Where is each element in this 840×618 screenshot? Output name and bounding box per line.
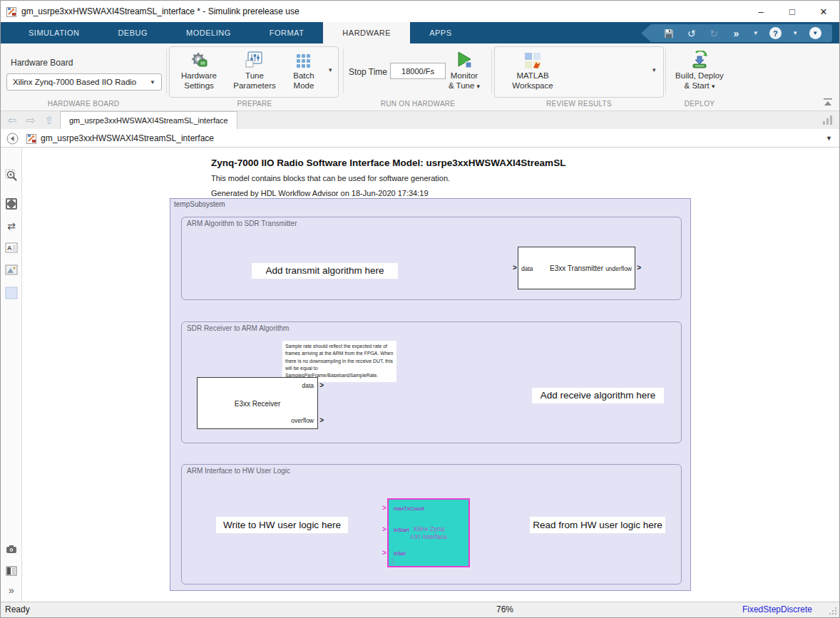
timing-bars-icon[interactable] [823, 115, 832, 125]
more-commands-caret[interactable]: ▼ [753, 30, 759, 36]
ribbon: Hardware Board Xilinx Zynq-7000 Based II… [1, 43, 839, 111]
tab-simulation[interactable]: SIMULATION [9, 22, 98, 43]
group-separator [491, 49, 492, 93]
annotation-transmit[interactable]: Add transmit algorithm here [252, 263, 398, 279]
annotation-write[interactable]: Write to HW user logic here [216, 517, 348, 533]
redo-button[interactable]: ↻ [708, 28, 719, 39]
breadcrumb-bar: gm_usrpe3xxHWSWAXI4StreamSL_interface ▼ [1, 129, 839, 148]
screenshot-button[interactable] [5, 543, 18, 556]
back-button[interactable]: ⇦ [4, 111, 21, 129]
model-canvas[interactable]: Zynq-7000 IIO Radio Software Interface M… [22, 148, 839, 602]
breadcrumb-model-icon [26, 133, 37, 144]
section-label: ARM Algorithm to SDR Transmitter [187, 220, 297, 227]
matlab-workspace-label: MATLAB [516, 71, 548, 81]
output-port-chevron: > [637, 264, 641, 272]
tune-parameters-button[interactable]: Tune Parameters [227, 48, 282, 95]
help-button[interactable]: ? [769, 27, 782, 39]
model-subtitle: This model contains blocks that can be u… [211, 174, 450, 182]
circle-arrow-icon [6, 133, 19, 145]
collapse-ribbon-button[interactable] [822, 96, 834, 106]
route-signals-button[interactable]: ⇄ [5, 220, 18, 232]
tab-hardware[interactable]: HARDWARE [323, 22, 410, 43]
model-generated-note: Generated by HDL Workflow Advisor on 18-… [211, 189, 429, 197]
hardware-settings-button[interactable]: Hardware Settings [172, 48, 226, 95]
breadcrumb[interactable]: gm_usrpe3xxHWSWAXI4StreamSL_interface [41, 129, 214, 148]
help-caret[interactable]: ▼ [792, 30, 798, 36]
double-chevron-icon: » [9, 584, 14, 596]
batch-mode-icon [296, 53, 312, 69]
prepare-expand-caret[interactable]: ▾ [329, 66, 332, 73]
build-deploy-icon [690, 51, 709, 69]
undo-button[interactable]: ↺ [686, 28, 697, 39]
group-separator [166, 49, 167, 93]
block-label-line2: AXI Interface [410, 533, 447, 540]
run-play-icon [455, 51, 473, 69]
monitor-tune-caret: ▾ [477, 83, 481, 90]
fit-to-view-button[interactable] [5, 197, 18, 210]
e3xx-transmitter-block[interactable]: E3xx Transmitter data underflow > > [518, 247, 635, 289]
document-tab-label: gm_usrpe3xxHWSWAXI4StreamSL_interface [69, 116, 228, 125]
camera-icon [5, 543, 18, 556]
review-expand-caret[interactable]: ▾ [652, 66, 656, 73]
annotation-receive[interactable]: Add receive algorithm here [532, 388, 664, 403]
build-deploy-start-button[interactable]: Build, Deploy & Start ▾ [668, 48, 731, 95]
save-button[interactable] [663, 29, 675, 38]
up-to-parent-button[interactable]: ⇧ [41, 111, 58, 129]
section-label: ARM Interface to HW User Logic [187, 467, 290, 475]
xilinx-zynq-axi-interface-block[interactable]: Xilinx ZynqAXI Interface maxTxCount txSt… [387, 498, 470, 567]
goto-hdl-badge-icon[interactable]: ⇩ [389, 557, 396, 566]
viewmarks-button[interactable] [5, 565, 18, 577]
input-port-chevron: > [513, 264, 517, 272]
port-label-data: data [302, 382, 314, 389]
resources-button[interactable]: ▼ [809, 27, 821, 39]
monitor-tune-button[interactable]: Monitor & Tune ▾ [434, 48, 494, 95]
model-browser-toggle-button[interactable] [6, 132, 19, 145]
annotation-button[interactable]: A [5, 242, 18, 254]
left-palette: ⇄ A [1, 148, 22, 602]
maximize-button[interactable]: □ [777, 1, 808, 22]
status-ready: Ready [5, 604, 30, 614]
port-label-txStart: txStart [394, 527, 409, 533]
area-button[interactable] [5, 287, 18, 299]
tab-format[interactable]: FORMAT [250, 22, 324, 43]
tab-debug[interactable]: DEBUG [98, 22, 167, 43]
caret-down-icon: ▼ [150, 79, 155, 86]
status-bar: Ready 76% FixedStepDiscrete [1, 602, 839, 617]
zoom-level: 76% [496, 604, 513, 614]
hardware-settings-label2: Settings [184, 81, 214, 91]
hardware-board-caption: HARDWARE BOARD [1, 100, 166, 108]
minimize-button[interactable]: – [745, 1, 777, 22]
simulink-model-icon [6, 6, 17, 17]
tab-modeling[interactable]: MODELING [167, 22, 250, 43]
output-port-chevron: > [319, 417, 324, 424]
quick-access-toolbar: ↺ ↻ » ▼ ? ▼ ▼ [641, 24, 832, 42]
zoom-region-icon [5, 169, 18, 182]
svg-text:A: A [7, 244, 12, 252]
deploy-caption: DEPLOY [667, 100, 732, 108]
resize-grip[interactable] [829, 607, 836, 614]
more-commands-button[interactable]: » [730, 28, 742, 39]
image-button[interactable] [5, 264, 18, 277]
window-title: gm_usrpe3xxHWSWAXI4StreamSL_interface * … [21, 6, 299, 16]
zoom-region-button[interactable] [5, 169, 18, 182]
matlab-workspace-button[interactable]: MATLAB Workspace [500, 48, 565, 95]
sample-rate-note[interactable]: Sample rate should reflect the expected … [282, 341, 396, 382]
property-inspector-caret[interactable]: ▼ [826, 129, 832, 148]
batch-mode-button[interactable]: Batch Mode [283, 48, 324, 95]
port-label-overflow: overflow [291, 417, 314, 424]
tab-apps[interactable]: APPS [410, 22, 471, 43]
review-caption: REVIEW RESULTS [493, 100, 665, 108]
close-button[interactable]: ✕ [808, 1, 839, 22]
window-controls: – □ ✕ [745, 1, 839, 22]
annotation-read[interactable]: Read from HW user logic here [530, 517, 665, 533]
group-separator [665, 49, 666, 93]
palette-more-button[interactable]: » [5, 584, 18, 597]
forward-button[interactable]: ⇨ [22, 111, 39, 129]
e3xx-receiver-block[interactable]: E3xx Receiver data overflow > > [197, 377, 318, 429]
port-label-underflow: underflow [605, 265, 632, 272]
input-port-chevron: > [382, 526, 386, 533]
hardware-board-dropdown[interactable]: Xilinx Zynq-7000 Based IIO Radio ▼ [6, 73, 162, 91]
batch-mode-label2: Mode [294, 81, 314, 91]
document-tab[interactable]: gm_usrpe3xxHWSWAXI4StreamSL_interface [60, 111, 237, 129]
solver-badge[interactable]: FixedStepDiscrete [742, 604, 812, 614]
